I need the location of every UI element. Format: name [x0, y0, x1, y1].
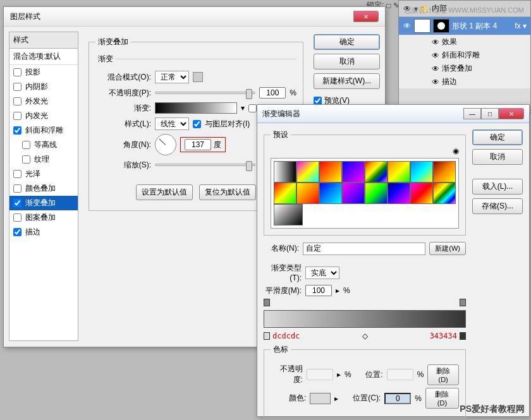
gradient-preset[interactable]	[433, 183, 456, 204]
gradient-preset[interactable]	[274, 183, 296, 204]
ok-button[interactable]: 确定	[472, 129, 523, 145]
stop-position-c-input[interactable]	[384, 393, 411, 404]
style-label: 等高线	[34, 140, 57, 150]
minimize-icon[interactable]: —	[463, 108, 481, 119]
gradient-preset[interactable]	[296, 183, 319, 204]
gradient-preset[interactable]	[342, 183, 365, 204]
gradient-preset[interactable]	[410, 161, 433, 183]
close-icon[interactable]: ✕	[499, 108, 524, 119]
color-stop-left[interactable]	[264, 332, 270, 340]
new-style-button[interactable]: 新建样式(W)...	[314, 73, 380, 89]
dialog-titlebar[interactable]: 图层样式 ✕	[4, 7, 385, 27]
dither-checkbox[interactable]	[193, 72, 203, 82]
style-list-item[interactable]: 投影	[9, 65, 78, 80]
align-checkbox[interactable]	[193, 120, 201, 128]
visibility-icon[interactable]: 👁	[403, 21, 412, 30]
style-list-item[interactable]: 颜色叠加	[9, 181, 78, 196]
gradient-preset[interactable]	[365, 183, 388, 204]
style-checkbox[interactable]	[13, 170, 21, 178]
style-checkbox[interactable]	[22, 155, 30, 164]
smoothness-input[interactable]	[305, 285, 332, 296]
blend-mode-select[interactable]: 正常	[155, 71, 189, 83]
gradient-dropdown-icon[interactable]: ▾	[241, 104, 245, 112]
effects-header[interactable]: 👁效果	[399, 35, 530, 49]
save-button[interactable]: 存储(S)...	[472, 198, 523, 214]
style-list-item[interactable]: 图案叠加	[9, 210, 78, 225]
gradient-style-select[interactable]: 线性	[155, 117, 189, 130]
style-list-item[interactable]: 光泽	[9, 167, 78, 181]
color-stop-right[interactable]	[460, 332, 466, 340]
style-list-item[interactable]: 渐变叠加	[9, 196, 78, 210]
delete-stop-button[interactable]: 删除(D)	[427, 364, 459, 385]
gradient-preset[interactable]	[365, 161, 388, 183]
blending-options[interactable]: 混合选项:默认	[9, 49, 78, 65]
dialog-titlebar[interactable]: 渐变编辑器 — □ ✕	[257, 105, 529, 123]
close-icon[interactable]: ✕	[353, 11, 379, 22]
cancel-button[interactable]: 取消	[472, 149, 523, 165]
angle-input[interactable]	[185, 139, 211, 150]
style-checkbox[interactable]	[13, 184, 21, 193]
presets-menu-icon[interactable]: ◉	[453, 147, 459, 155]
load-button[interactable]: 载入(L)...	[472, 179, 523, 195]
style-label: 颜色叠加	[25, 183, 56, 194]
style-checkbox[interactable]	[13, 97, 21, 105]
style-list-item[interactable]: 等高线	[9, 138, 78, 152]
angle-dial[interactable]	[155, 134, 176, 155]
delete-stop-button[interactable]: 删除(D)	[425, 388, 459, 409]
make-default-button[interactable]: 设置为默认值	[136, 184, 193, 200]
styles-heading[interactable]: 样式	[9, 32, 78, 49]
reset-default-button[interactable]: 复位为默认值	[199, 184, 256, 200]
gradient-preset[interactable]	[274, 204, 303, 225]
opacity-input[interactable]	[259, 87, 286, 99]
gradient-preset[interactable]	[410, 183, 433, 204]
gradient-preset[interactable]	[319, 161, 342, 183]
gradient-preset[interactable]	[342, 161, 365, 183]
gradient-type-select[interactable]: 实底	[305, 267, 339, 279]
layers-panel: 思缘设计论坛 WWW.MISSYUAN.COM 👁 ▾ 📁 内部 👁 形状 1 …	[398, 0, 531, 114]
opacity-slider[interactable]	[155, 92, 255, 94]
gradient-strip[interactable]	[264, 310, 466, 328]
watermark-bottom: PS爱好者教程网	[460, 404, 525, 415]
scale-slider[interactable]	[155, 164, 255, 166]
effect-item[interactable]: 👁斜面和浮雕	[399, 49, 530, 62]
opacity-stop-right[interactable]	[460, 299, 466, 306]
gradient-preset[interactable]	[319, 183, 342, 204]
style-checkbox[interactable]	[13, 112, 21, 120]
style-list-item[interactable]: 内发光	[9, 109, 78, 123]
maximize-icon[interactable]: □	[481, 108, 499, 119]
layer-row-active[interactable]: 👁 形状 1 副本 4 fx ▾	[399, 17, 530, 35]
gradient-presets	[271, 158, 459, 229]
right-color-code: 343434	[430, 332, 457, 340]
cancel-button[interactable]: 取消	[314, 54, 380, 69]
style-list-item[interactable]: 描边	[9, 225, 78, 239]
stepper-icon[interactable]: ▸	[336, 286, 339, 295]
style-list-item[interactable]: 内阴影	[9, 80, 78, 94]
style-list-item[interactable]: 纹理	[9, 152, 78, 167]
style-list-item[interactable]: 斜面和浮雕	[9, 123, 78, 138]
style-label: 描边	[25, 227, 40, 237]
gradient-preset[interactable]	[274, 161, 296, 183]
ok-button[interactable]: 确定	[314, 34, 380, 50]
dialog-title: 图层样式	[10, 11, 40, 22]
stop-color-swatch[interactable]	[310, 393, 330, 404]
style-checkbox[interactable]	[13, 126, 21, 135]
reverse-checkbox[interactable]	[248, 104, 257, 112]
style-checkbox[interactable]	[22, 141, 30, 149]
gradient-picker[interactable]	[155, 102, 237, 114]
style-checkbox[interactable]	[13, 199, 21, 207]
style-checkbox[interactable]	[13, 83, 21, 91]
effect-item[interactable]: 👁描边	[399, 75, 530, 88]
style-checkbox[interactable]	[13, 228, 21, 236]
style-checkbox[interactable]	[13, 68, 21, 76]
new-gradient-button[interactable]: 新建(W)	[429, 242, 466, 255]
gradient-preset[interactable]	[433, 161, 456, 183]
opacity-stop-left[interactable]	[264, 299, 270, 306]
style-checkbox[interactable]	[13, 213, 21, 222]
style-list-item[interactable]: 外发光	[9, 94, 78, 109]
gradient-preset[interactable]	[388, 161, 410, 183]
gradient-preset[interactable]	[296, 161, 319, 183]
gradient-preset[interactable]	[388, 183, 410, 204]
effect-item[interactable]: 👁渐变叠加	[399, 62, 530, 75]
style-label: 纹理	[34, 154, 49, 165]
gradient-name-input[interactable]	[303, 243, 425, 255]
